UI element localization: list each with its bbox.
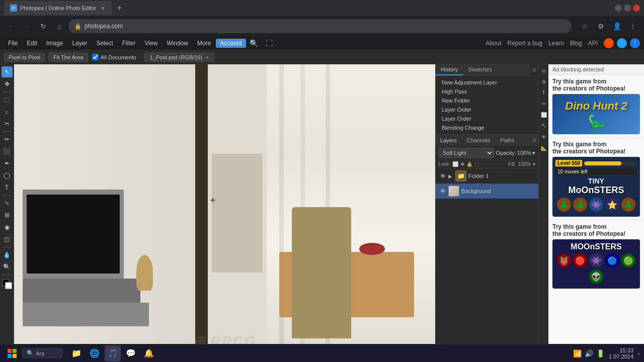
- fill-value[interactable]: 100%: [518, 161, 531, 167]
- right-icon-3[interactable]: T: [540, 88, 548, 97]
- tab-close-button[interactable]: ×: [99, 5, 106, 12]
- network-icon[interactable]: 📶: [573, 349, 582, 357]
- blend-mode-select[interactable]: Soft Light Normal Multiply Screen Overla…: [438, 148, 494, 158]
- taskbar-app-files[interactable]: 📁: [68, 345, 85, 361]
- history-panel-menu[interactable]: ≡: [530, 66, 538, 74]
- bookmark-button[interactable]: ☆: [578, 19, 592, 33]
- move-tool[interactable]: ↖: [2, 66, 13, 77]
- learn-link[interactable]: Learn: [548, 40, 564, 47]
- menu-more[interactable]: More: [193, 39, 215, 48]
- battery-icon[interactable]: 🔋: [596, 349, 605, 357]
- history-item-3[interactable]: New Folder: [438, 96, 536, 105]
- home-button[interactable]: ⌂: [52, 19, 66, 33]
- opacity-dropdown[interactable]: ▾: [532, 150, 535, 156]
- volume-icon[interactable]: 🔊: [585, 349, 593, 357]
- tab-layers[interactable]: Layers: [435, 135, 462, 145]
- tab-channels[interactable]: Channels: [462, 135, 495, 145]
- history-item-1[interactable]: New Adjustment Layer: [438, 78, 536, 87]
- transform-tool[interactable]: ✥: [2, 78, 13, 89]
- folder-1-layer[interactable]: 👁 ▶ 📁 Folder 1: [435, 168, 538, 184]
- right-icon-6[interactable]: ⛏: [540, 122, 548, 130]
- layer-1-visibility[interactable]: 👁: [439, 172, 446, 179]
- about-link[interactable]: About: [486, 40, 501, 47]
- pixel-to-pixel-button[interactable]: Pixel to Pixel: [4, 53, 45, 62]
- text-tool[interactable]: T: [2, 182, 13, 193]
- tab-swatches[interactable]: Swatches: [463, 64, 497, 75]
- layer-bg-visibility[interactable]: 👁: [439, 188, 446, 195]
- taskbar-app-spotify[interactable]: 🎵: [105, 345, 121, 361]
- fullscreen-button[interactable]: ⛶: [262, 36, 276, 50]
- back-button[interactable]: ←: [4, 19, 18, 33]
- minimize-button[interactable]: [615, 5, 622, 12]
- menu-select[interactable]: Select: [92, 39, 117, 48]
- right-icon-8[interactable]: 📐: [540, 144, 548, 152]
- gradient-tool[interactable]: ⤡: [2, 198, 13, 209]
- blog-link[interactable]: Blog: [570, 40, 582, 47]
- pen-tool[interactable]: ✒: [2, 158, 13, 169]
- tiny-monsters-game[interactable]: Level 550 10 moves left TINY MoOnSTERS 🌲…: [552, 157, 640, 217]
- menu-edit[interactable]: Edit: [23, 39, 41, 48]
- menu-image[interactable]: Image: [42, 39, 67, 48]
- right-icon-5[interactable]: ⬜: [540, 111, 548, 119]
- doc-tab[interactable]: 1_Post.psd (RGB/16) ×: [144, 53, 214, 62]
- start-button[interactable]: [4, 346, 20, 360]
- folder-expand-icon[interactable]: ▶: [448, 173, 452, 179]
- refresh-button[interactable]: ↻: [36, 19, 50, 33]
- all-documents-checkbox[interactable]: All Documents: [92, 54, 136, 60]
- fill-dropdown[interactable]: ▾: [533, 161, 535, 167]
- history-item-4[interactable]: Layer Order: [438, 105, 536, 114]
- history-item-6[interactable]: Blending Change: [438, 123, 536, 132]
- right-icon-4[interactable]: ✏: [540, 100, 548, 108]
- taskbar-clock[interactable]: 15:33 1.07.2024: [609, 347, 633, 359]
- right-icon-2[interactable]: ⊕: [540, 77, 548, 85]
- taskbar-app-discord[interactable]: 💬: [123, 345, 139, 361]
- brush-tool[interactable]: ✏: [2, 134, 13, 145]
- history-item-5[interactable]: Layer Order: [438, 114, 536, 123]
- profile-button[interactable]: 👤: [610, 19, 624, 33]
- fill-tool[interactable]: ⬛: [2, 146, 13, 157]
- blur-tool[interactable]: ◉: [2, 222, 13, 233]
- eyedropper-tool[interactable]: 💧: [2, 249, 13, 260]
- menu-account[interactable]: Account: [216, 39, 246, 48]
- grid-tool[interactable]: ⊞: [2, 210, 13, 221]
- lock-position-icon[interactable]: ✥: [460, 161, 464, 167]
- extensions-button[interactable]: ⚙: [594, 19, 608, 33]
- marquee-tool[interactable]: ⬚: [2, 94, 13, 105]
- opacity-value[interactable]: 100%: [517, 150, 531, 156]
- taskbar-search[interactable]: 🔍 Ara: [22, 348, 62, 358]
- menu-view[interactable]: View: [140, 39, 162, 48]
- menu-button[interactable]: ⋮: [626, 19, 640, 33]
- right-icon-1[interactable]: ◎: [540, 66, 548, 74]
- taskbar-app-browser[interactable]: 🌐: [87, 345, 103, 361]
- menu-layer[interactable]: Layer: [68, 39, 91, 48]
- zoom-tool[interactable]: 🔍: [2, 261, 13, 273]
- report-bug-link[interactable]: Report a bug: [508, 40, 542, 47]
- moonsters-game[interactable]: MOOnSTERS 👹 🔴 👾 🔵 🟢 👽: [552, 239, 640, 289]
- reddit-icon[interactable]: r: [604, 38, 614, 48]
- api-link[interactable]: API: [588, 40, 598, 47]
- show-desktop-icon[interactable]: ▫: [637, 349, 640, 357]
- background-layer[interactable]: 👁 Background: [435, 184, 538, 199]
- forward-button[interactable]: →: [20, 19, 34, 33]
- menu-file[interactable]: File: [4, 39, 22, 48]
- dodge-tool[interactable]: ◫: [2, 234, 13, 245]
- active-tab[interactable]: P Photopea | Online Photo Editor ×: [4, 1, 112, 15]
- address-bar[interactable]: 🔒 photopea.com: [68, 19, 572, 33]
- fit-the-area-button[interactable]: Fit The Area: [49, 53, 88, 62]
- maximize-button[interactable]: [624, 5, 631, 12]
- new-tab-button[interactable]: +: [112, 1, 126, 15]
- right-icon-7[interactable]: 👁: [540, 133, 548, 141]
- tab-history[interactable]: History: [436, 64, 463, 75]
- lock-all-icon[interactable]: 🔒: [466, 161, 472, 167]
- shape-tool[interactable]: ◯: [2, 170, 13, 181]
- lock-artboard-icon[interactable]: ⬚: [474, 161, 479, 167]
- history-item-2[interactable]: High Pass: [438, 87, 536, 96]
- crop-tool[interactable]: ✂: [2, 118, 13, 129]
- close-button[interactable]: [633, 5, 640, 12]
- lasso-tool[interactable]: ⌕: [2, 106, 13, 117]
- close-doc-tab[interactable]: ×: [205, 54, 208, 60]
- tab-paths[interactable]: Paths: [496, 135, 520, 145]
- layers-panel-menu[interactable]: ≡: [530, 136, 538, 144]
- taskbar-app-notifications[interactable]: 🔔: [141, 345, 157, 361]
- foreground-color[interactable]: [2, 279, 12, 289]
